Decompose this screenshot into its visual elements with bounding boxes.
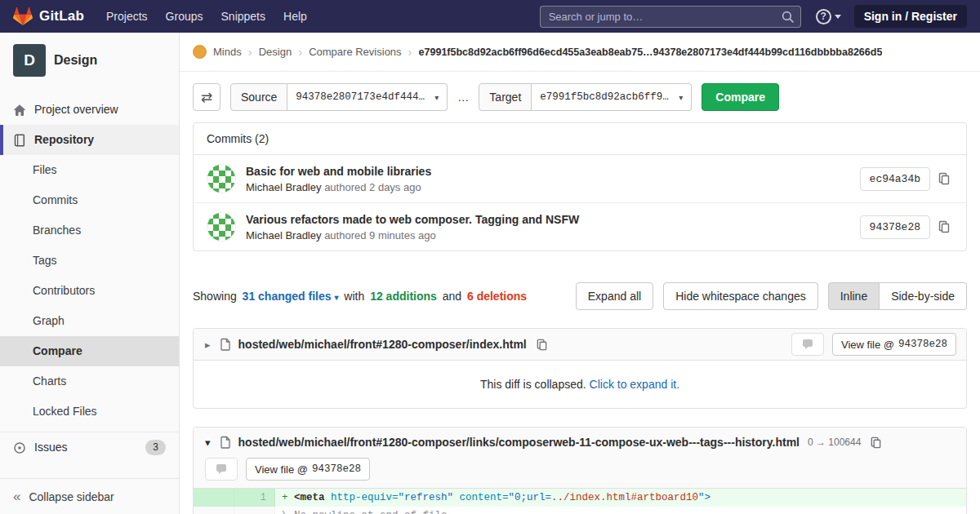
breadcrumb-link-minds[interactable]: Minds	[213, 46, 242, 58]
identicon-avatar	[207, 213, 236, 241]
sidebar-item-label: Repository	[34, 132, 94, 148]
hide-whitespace-button[interactable]: Hide whitespace changes	[663, 282, 818, 310]
help-menu[interactable]: ?	[816, 9, 841, 24]
copy-path-button[interactable]	[533, 336, 550, 353]
view-file-label: View file @	[255, 463, 308, 476]
view-file-label: View file @	[841, 339, 894, 351]
sidebar-item-project-overview[interactable]: Project overview	[0, 95, 179, 125]
diff-view-toggle: Inline Side-by-side	[828, 282, 967, 310]
gitlab-logo-icon	[13, 7, 33, 26]
code-token: ">	[698, 492, 710, 503]
breadcrumb-separator: ›	[298, 46, 302, 58]
sidebar-item-branches[interactable]: Branches	[0, 215, 179, 246]
nav-link-projects[interactable]: Projects	[97, 7, 157, 26]
issues-icon	[13, 441, 26, 454]
new-line-number	[234, 507, 275, 514]
breadcrumb-link-compare-revisions[interactable]: Compare Revisions	[309, 46, 401, 58]
sidebar-item-issues[interactable]: Issues 3	[0, 432, 179, 463]
compare-button[interactable]: Compare	[702, 83, 779, 111]
comment-icon	[801, 338, 814, 351]
view-file-button[interactable]: View file @ 94378e28	[246, 458, 370, 481]
code-token: http-equiv=	[331, 492, 399, 503]
file-actions: View file @ 94378e28	[205, 458, 956, 481]
group-avatar	[193, 45, 207, 59]
diff-file-header: ▾ hosted/web/michael/front#1280-composer…	[194, 428, 966, 489]
view-file-button[interactable]: View file @ 94378e28	[832, 333, 956, 356]
deletions-count: 6 deletions	[467, 290, 527, 303]
breadcrumb-separator: ›	[408, 46, 412, 58]
expand-diff-link[interactable]: Click to expand it.	[590, 378, 680, 391]
repository-icon	[13, 134, 26, 147]
nav-link-groups[interactable]: Groups	[157, 7, 212, 26]
target-dropdown[interactable]: e7991f5bc8d92acb6ff9… ▾	[532, 83, 692, 111]
diff-file-header: ▸ hosted/web/michael/front#1280-composer…	[194, 329, 966, 361]
side-by-side-view-button[interactable]: Side-by-side	[880, 282, 967, 310]
search-icon[interactable]	[781, 10, 795, 24]
source-dropdown[interactable]: 94378e2807173e4df444… ▾	[287, 83, 448, 111]
expand-all-button[interactable]: Expand all	[576, 282, 653, 310]
sidebar-item-graph[interactable]: Graph	[0, 306, 179, 336]
copy-icon	[870, 436, 882, 449]
commit-row: Basic for web and mobile libraries Micha…	[194, 155, 966, 202]
toggle-comments-button[interactable]	[791, 333, 824, 356]
inline-view-button[interactable]: Inline	[828, 282, 880, 310]
sidebar: D Design Project overview Repository	[0, 33, 180, 514]
collapse-sidebar-button[interactable]: « Collapse sidebar	[0, 478, 179, 514]
sidebar-item-files[interactable]: Files	[0, 155, 179, 185]
copy-path-button[interactable]	[867, 434, 884, 451]
target-label: Target	[479, 83, 532, 111]
diff-file-expanded: ▾ hosted/web/michael/front#1280-composer…	[193, 427, 967, 514]
chevron-down-icon: ▾	[679, 93, 683, 102]
copy-sha-button[interactable]	[935, 170, 953, 188]
main-content: Minds › Design › Compare Revisions › e79…	[180, 33, 980, 514]
search-input[interactable]	[540, 6, 801, 28]
sidebar-item-locked-files[interactable]: Locked Files	[0, 397, 179, 427]
code-token: "refresh"	[399, 492, 454, 503]
sidebar-item-commits[interactable]: Commits	[0, 185, 179, 215]
file-toggle-caret[interactable]: ▾	[203, 437, 212, 448]
commit-title-link[interactable]: Various refactors made to web composer. …	[246, 213, 850, 226]
commit-author-link[interactable]: Michael Bradley	[246, 181, 322, 193]
toggle-comments-button[interactable]	[205, 458, 238, 481]
nav-link-help[interactable]: Help	[274, 7, 316, 26]
commit-title-link[interactable]: Basic for web and mobile libraries	[246, 165, 850, 178]
collapsed-diff-message: This diff is collapsed. Click to expand …	[194, 361, 966, 408]
sidebar-item-repository[interactable]: Repository	[0, 125, 179, 155]
source-selector: Source 94378e2807173e4df444… ▾	[230, 83, 448, 111]
commits-panel-header: Commits (2)	[194, 123, 966, 155]
old-line-number[interactable]	[194, 489, 234, 507]
nav-link-snippets[interactable]: Snippets	[212, 7, 274, 26]
file-header-line: ▸ hosted/web/michael/front#1280-composer…	[203, 333, 956, 356]
no-newline-text: No newline at end of file	[294, 510, 448, 514]
copy-sha-button[interactable]	[935, 218, 953, 236]
sign-in-button[interactable]: Sign in / Register	[854, 5, 967, 28]
repository-subnav: Files Commits Branches Tags Contributors…	[0, 155, 179, 427]
code-token: content=	[453, 492, 509, 503]
commit-row: Various refactors made to web composer. …	[194, 202, 966, 250]
project-name: Design	[54, 53, 97, 68]
changed-files-dropdown[interactable]: 31 changed files ▾	[243, 290, 339, 303]
sidebar-item-compare[interactable]: Compare	[0, 336, 179, 366]
sidebar-item-contributors[interactable]: Contributors	[0, 276, 179, 306]
swap-revisions-button[interactable]: ⇄	[193, 83, 220, 111]
sidebar-item-charts[interactable]: Charts	[0, 366, 179, 397]
file-path-link[interactable]: hosted/web/michael/front#1280-composer/l…	[238, 436, 800, 449]
commit-author-link[interactable]: Michael Bradley	[246, 229, 322, 241]
new-line-number[interactable]: 1	[234, 489, 275, 507]
and-label: and	[443, 290, 461, 303]
top-navbar: GitLab Projects Groups Snippets Help ? S…	[0, 0, 980, 33]
breadcrumb-link-design[interactable]: Design	[259, 46, 292, 58]
collapse-icon: «	[13, 490, 20, 503]
identicon-avatar	[207, 165, 236, 193]
commit-sha-group: 94378e28	[860, 215, 953, 239]
project-context-link[interactable]: D Design	[0, 33, 179, 88]
sidebar-item-tags[interactable]: Tags	[0, 246, 179, 276]
diff-line-prefix: +	[282, 490, 294, 506]
code-token: <meta	[294, 492, 331, 503]
file-toggle-caret[interactable]: ▸	[203, 339, 212, 350]
gitlab-home-link[interactable]: GitLab	[13, 7, 84, 26]
page-layout: D Design Project overview Repository	[0, 33, 980, 514]
diff-line-no-newline: \No newline at end of file	[194, 507, 966, 514]
gitlab-brand-text: GitLab	[39, 8, 84, 24]
file-path-link[interactable]: hosted/web/michael/front#1280-composer/i…	[238, 338, 527, 351]
